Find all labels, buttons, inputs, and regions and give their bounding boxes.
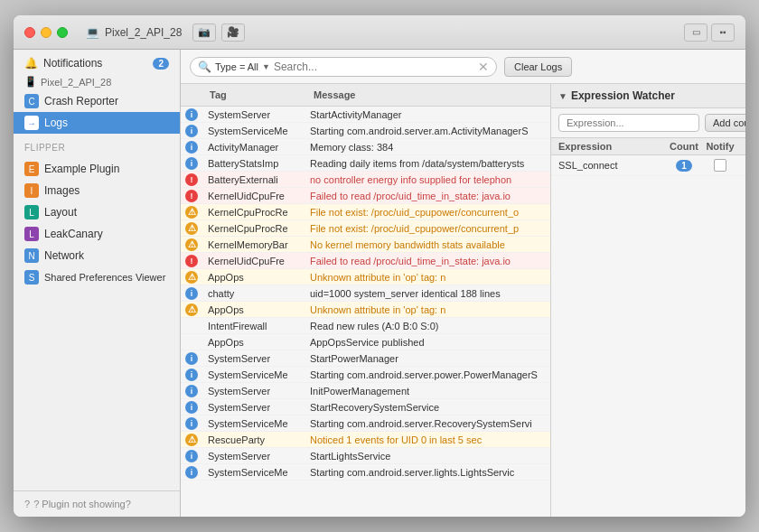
- filter-chevron-icon: ▼: [262, 62, 270, 71]
- log-tag-cell: SystemServer: [202, 402, 306, 413]
- expression-input-row: Add counter: [551, 108, 745, 138]
- expression-notify-cell: [702, 159, 738, 172]
- logs-label: Logs: [44, 117, 68, 129]
- traffic-lights: [24, 27, 68, 38]
- log-message-cell: StartActivityManager: [306, 109, 550, 120]
- log-level-icon-cell: ⚠: [181, 206, 202, 219]
- sidebar-item-crash-reporter[interactable]: C Crash Reporter: [14, 90, 180, 112]
- log-level-icon: i: [185, 450, 198, 462]
- log-level-icon: i: [185, 466, 198, 479]
- table-row[interactable]: ⚠AppOpsUnknown attribute in 'op' tag: n: [181, 302, 550, 318]
- log-level-icon-cell: i: [181, 141, 202, 154]
- table-row[interactable]: ⚠RescuePartyNoticed 1 events for UID 0 i…: [181, 432, 550, 448]
- screenshot-button[interactable]: 📷: [192, 23, 216, 42]
- table-row[interactable]: ⚠AppOpsUnknown attribute in 'op' tag: n: [181, 269, 550, 285]
- sidebar-item-example-plugin[interactable]: E Example Plugin: [14, 158, 180, 180]
- example-plugin-icon: E: [24, 162, 39, 176]
- split-content: Tag Message iSystemServerStartActivityMa…: [181, 84, 745, 517]
- log-tag-cell: ActivityManager: [202, 142, 306, 153]
- main-content: 🔔 Notifications 2 📱 Pixel_2_API_28 C Cra…: [14, 50, 745, 517]
- search-icon: 🔍: [198, 61, 211, 73]
- video-button[interactable]: 🎥: [221, 23, 245, 42]
- table-row[interactable]: ichattyuid=1000 system_server identical …: [181, 285, 550, 302]
- sidebar-item-shared-prefs[interactable]: S Shared Preferences Viewer: [14, 266, 180, 288]
- expression-notify-checkbox[interactable]: [714, 159, 726, 172]
- log-level-icon: i: [185, 352, 198, 365]
- search-input[interactable]: [274, 61, 474, 73]
- plugin-not-showing-label: ? Plugin not showing?: [33, 499, 131, 509]
- table-row[interactable]: IntentFirewallRead new rules (A:0 B:0 S:…: [181, 318, 550, 334]
- table-row[interactable]: iSystemServiceMeStarting com.android.ser…: [181, 415, 550, 432]
- table-row[interactable]: iSystemServerStartLightsService: [181, 448, 550, 464]
- log-level-icon-cell: i: [181, 385, 202, 397]
- device-action-icons: 📷 🎥: [192, 23, 245, 42]
- sidebar-item-images[interactable]: I Images: [14, 180, 180, 201]
- log-level-icon-cell: i: [181, 157, 202, 170]
- log-message-cell: InitPowerManagement: [306, 386, 550, 397]
- log-level-icon: ⚠: [185, 271, 198, 284]
- sidebar-plugin-not-showing[interactable]: ? ? Plugin not showing?: [14, 490, 180, 517]
- type-filter-label: Type = All: [215, 61, 258, 72]
- table-row[interactable]: !KernelUidCpuFreFailed to read /proc/uid…: [181, 188, 550, 204]
- view-split-button[interactable]: ▪▪: [711, 23, 735, 42]
- maximize-button[interactable]: [57, 27, 68, 38]
- expr-col-expression: Expression: [558, 141, 666, 152]
- sidebar-item-network[interactable]: N Network: [14, 245, 180, 266]
- crash-reporter-label: Crash Reporter: [44, 95, 118, 107]
- flipper-section-label: Flipper: [14, 137, 180, 154]
- logs-icon: →: [24, 116, 39, 130]
- view-single-button[interactable]: ▭: [684, 23, 707, 42]
- table-row[interactable]: !BatteryExternalino controller energy in…: [181, 172, 550, 188]
- log-tag-cell: AppOps: [202, 304, 306, 315]
- search-clear-icon[interactable]: ✕: [478, 61, 489, 73]
- log-level-icon: i: [185, 417, 198, 430]
- question-icon: ?: [24, 499, 30, 509]
- table-row[interactable]: iSystemServiceMeStarting com.android.ser…: [181, 464, 550, 481]
- log-message-cell: no controller energy info supplied for t…: [306, 174, 550, 185]
- table-row[interactable]: iSystemServerInitPowerManagement: [181, 383, 550, 399]
- sidebar-item-leakcanary[interactable]: L LeakCanary: [14, 223, 180, 245]
- log-level-icon-cell: i: [181, 369, 202, 381]
- add-counter-button[interactable]: Add counter: [705, 114, 745, 132]
- log-message-cell: No kernel memory bandwidth stats availab…: [306, 239, 550, 250]
- log-area: Tag Message iSystemServerStartActivityMa…: [181, 84, 551, 517]
- log-level-icon: ⚠: [185, 222, 198, 235]
- bell-icon: 🔔: [24, 57, 38, 70]
- main-window: 💻 Pixel_2_API_28 📷 🎥 ▭ ▪▪ 🔔 Notification…: [14, 15, 745, 517]
- log-rows: iSystemServerStartActivityManageriSystem…: [181, 107, 550, 517]
- log-level-icon: !: [185, 190, 198, 202]
- log-tag-cell: SystemServer: [202, 109, 306, 120]
- expression-input[interactable]: [558, 114, 699, 132]
- sidebar-item-layout[interactable]: L Layout: [14, 201, 180, 223]
- clear-logs-button[interactable]: Clear Logs: [504, 57, 572, 77]
- table-row[interactable]: iSystemServerStartActivityManager: [181, 107, 550, 123]
- table-row[interactable]: !KernelUidCpuFreFailed to read /proc/uid…: [181, 253, 550, 269]
- log-level-icon: ⚠: [185, 206, 198, 219]
- log-tag-cell: SystemServiceMe: [202, 126, 306, 136]
- layout-icon: L: [24, 205, 39, 219]
- table-row[interactable]: iSystemServerStartRecoverySystemService: [181, 399, 550, 415]
- table-row[interactable]: ⚠KernelCpuProcReFile not exist: /proc/ui…: [181, 204, 550, 220]
- table-row[interactable]: ⚠KernelCpuProcReFile not exist: /proc/ui…: [181, 220, 550, 237]
- log-level-icon: ⚠: [185, 434, 198, 446]
- log-message-cell: Unknown attribute in 'op' tag: n: [306, 304, 550, 315]
- log-level-icon-cell: i: [181, 287, 202, 300]
- log-message-cell: AppOpsService published: [306, 337, 550, 348]
- table-row[interactable]: AppOpsAppOpsService published: [181, 334, 550, 350]
- sidebar-item-notifications[interactable]: 🔔 Notifications 2: [14, 53, 180, 73]
- table-row[interactable]: iSystemServiceMeStarting com.android.ser…: [181, 367, 550, 383]
- table-row[interactable]: iActivityManagerMemory class: 384: [181, 139, 550, 155]
- minimize-button[interactable]: [41, 27, 52, 38]
- images-icon: I: [24, 183, 39, 198]
- search-bar[interactable]: 🔍 Type = All ▼ ✕: [190, 57, 497, 77]
- close-button[interactable]: [24, 27, 35, 38]
- table-row[interactable]: iSystemServiceMeStarting com.android.ser…: [181, 123, 550, 139]
- log-tag-cell: KernelUidCpuFre: [202, 191, 306, 201]
- table-row[interactable]: iBatteryStatsImpReading daily items from…: [181, 155, 550, 172]
- expression-count-cell: 1: [666, 160, 702, 172]
- device-label: Pixel_2_API_28: [105, 26, 182, 39]
- table-row[interactable]: ⚠KernelMemoryBarNo kernel memory bandwid…: [181, 237, 550, 253]
- table-row[interactable]: iSystemServerStartPowerManager: [181, 350, 550, 367]
- sidebar-item-logs[interactable]: → Logs: [14, 112, 180, 134]
- collapse-icon[interactable]: ▼: [558, 91, 567, 101]
